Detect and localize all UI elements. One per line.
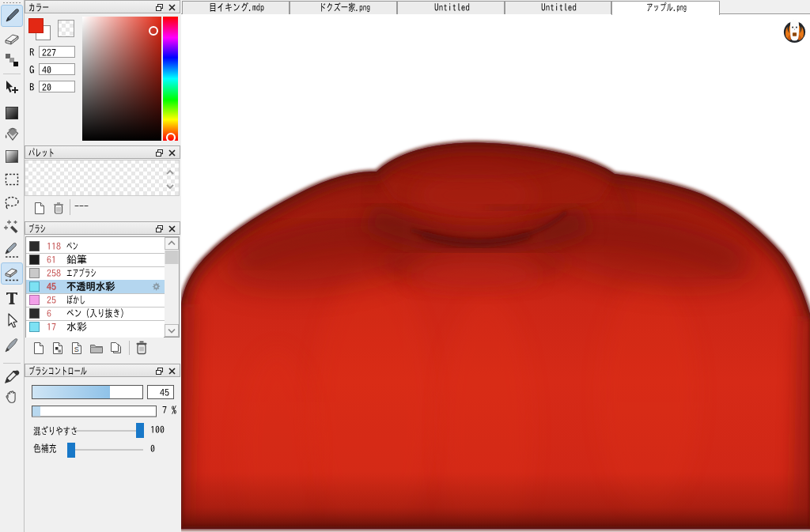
svg-text:S: S bbox=[74, 345, 79, 353]
